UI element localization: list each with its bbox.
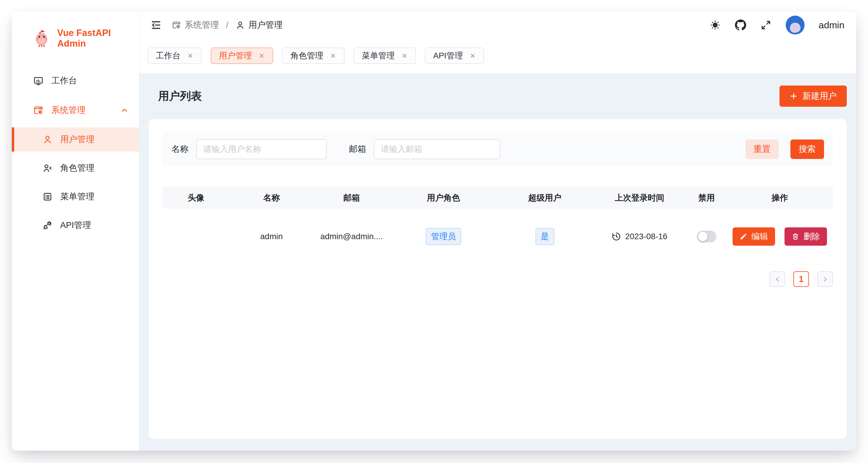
- chevron-up-icon: [120, 106, 129, 115]
- page-1-button[interactable]: 1: [793, 271, 809, 287]
- col-header-disabled: 禁用: [687, 192, 727, 203]
- pagination: 1: [162, 271, 833, 287]
- col-header-email: 邮箱: [313, 192, 390, 203]
- tab-menu-management[interactable]: 菜单管理: [353, 47, 416, 64]
- name-input[interactable]: [196, 139, 327, 159]
- sidebar-group-label: 系统管理: [51, 104, 86, 116]
- sidebar-item-label: 用户管理: [60, 134, 94, 145]
- col-header-actions: 操作: [727, 192, 833, 203]
- sidebar-item-label: 菜单管理: [60, 191, 94, 203]
- page-header: 用户列表 新建用户: [149, 73, 847, 119]
- sidebar-item-label: 工作台: [51, 75, 77, 87]
- tab-label: 用户管理: [219, 50, 252, 61]
- last-login-cell: 2023-08-16: [592, 232, 686, 241]
- monitor-icon: [33, 75, 44, 86]
- tab-label: 角色管理: [290, 50, 323, 61]
- role-tag: 管理员: [426, 228, 461, 245]
- sidebar-group-system[interactable]: 系统管理: [12, 98, 139, 123]
- person-icon: [42, 134, 53, 144]
- logo[interactable]: Vue FastAPI Admin: [12, 12, 139, 49]
- col-header-last-login: 上次登录时间: [592, 192, 686, 203]
- tab-role-management[interactable]: 角色管理: [282, 47, 345, 64]
- breadcrumb-label: 用户管理: [248, 19, 283, 31]
- tab-api-management[interactable]: API管理: [425, 47, 484, 64]
- theme-toggle-sun-icon[interactable]: [710, 20, 721, 31]
- app-title: Vue FastAPI Admin: [57, 28, 139, 49]
- close-icon[interactable]: [258, 53, 265, 59]
- sidebar-item-workbench[interactable]: 工作台: [12, 68, 139, 93]
- close-icon[interactable]: [330, 53, 336, 59]
- sidebar-item-user-management[interactable]: 用户管理: [12, 127, 139, 152]
- last-login-date: 2023-08-16: [625, 232, 668, 241]
- search-button[interactable]: 搜索: [790, 139, 824, 159]
- trash-icon: [792, 233, 799, 240]
- plug-icon: [42, 220, 53, 230]
- window-gear-icon: [172, 20, 181, 30]
- tab-label: 菜单管理: [362, 50, 395, 61]
- email-input[interactable]: [374, 139, 500, 159]
- breadcrumb-label: 系统管理: [185, 19, 219, 31]
- disabled-cell: [687, 231, 727, 242]
- name-label: 名称: [172, 143, 189, 155]
- top-header: 系统管理 / 用户管理: [139, 12, 856, 38]
- superuser-cell: 是: [497, 228, 593, 245]
- sidebar-item-api-management[interactable]: API管理: [12, 213, 139, 237]
- email-label: 邮箱: [349, 143, 366, 155]
- close-icon[interactable]: [401, 53, 408, 59]
- breadcrumb-separator: /: [224, 20, 230, 30]
- window-gear-icon: [33, 105, 44, 115]
- sidebar: Vue FastAPI Admin 工作台: [12, 12, 139, 451]
- delete-label: 删除: [803, 231, 820, 242]
- next-page-button[interactable]: [817, 271, 833, 287]
- tabs-bar: 工作台 用户管理 角色管理 菜单管理 API管理: [139, 38, 856, 73]
- content-pane: 系统管理 / 用户管理: [139, 12, 856, 451]
- breadcrumb-item-system[interactable]: 系统管理: [172, 19, 219, 31]
- delete-button[interactable]: 删除: [784, 227, 827, 246]
- actions-cell: 编辑 删除: [727, 227, 833, 246]
- close-icon[interactable]: [469, 53, 476, 59]
- name-cell: admin: [229, 232, 313, 241]
- clock-history-icon: [612, 232, 621, 241]
- sidebar-collapse-icon[interactable]: [151, 20, 162, 31]
- role-cell: 管理员: [390, 228, 497, 245]
- email-cell: admin@admin....: [313, 232, 390, 241]
- new-user-label: 新建用户: [803, 90, 837, 102]
- chick-logo-icon: [32, 29, 51, 47]
- breadcrumb-item-user[interactable]: 用户管理: [236, 19, 283, 31]
- page-title: 用户列表: [158, 89, 202, 103]
- sidebar-item-role-management[interactable]: 角色管理: [12, 156, 139, 180]
- prev-page-button[interactable]: [770, 271, 785, 287]
- person-icon: [236, 20, 245, 30]
- col-header-role: 用户角色: [390, 192, 497, 203]
- tab-workbench[interactable]: 工作台: [148, 47, 202, 64]
- person-arrow-icon: [42, 163, 53, 173]
- edit-label: 编辑: [751, 231, 768, 242]
- table-row: admin admin@admin.... 管理员 是: [162, 209, 833, 264]
- content-card: 名称 邮箱 重置 搜索 头像 名称 邮箱 用户角: [149, 119, 847, 439]
- sidebar-item-label: 角色管理: [60, 162, 94, 174]
- sidebar-item-menu-management[interactable]: 菜单管理: [12, 185, 139, 209]
- fullscreen-icon[interactable]: [760, 20, 772, 31]
- new-user-button[interactable]: 新建用户: [779, 86, 847, 107]
- github-icon[interactable]: [735, 20, 746, 31]
- tab-label: API管理: [433, 50, 463, 61]
- filter-panel: 名称 邮箱 重置 搜索: [162, 132, 833, 167]
- pencil-icon: [740, 233, 747, 240]
- sidebar-item-label: API管理: [60, 220, 91, 231]
- tab-user-management[interactable]: 用户管理: [211, 47, 273, 64]
- username[interactable]: admin: [819, 20, 844, 31]
- reset-button[interactable]: 重置: [746, 139, 779, 159]
- users-table: 头像 名称 邮箱 用户角色 超级用户 上次登录时间 禁用 操作 admin ad…: [162, 187, 833, 264]
- plus-icon: [789, 92, 798, 100]
- col-header-avatar: 头像: [162, 192, 229, 203]
- filter-buttons: 重置 搜索: [746, 139, 824, 159]
- breadcrumb: 系统管理 / 用户管理: [172, 19, 283, 31]
- table-header-row: 头像 名称 邮箱 用户角色 超级用户 上次登录时间 禁用 操作: [162, 187, 833, 209]
- col-header-superuser: 超级用户: [497, 192, 593, 203]
- col-header-name: 名称: [229, 192, 313, 203]
- user-avatar[interactable]: [786, 15, 805, 34]
- edit-button[interactable]: 编辑: [733, 227, 775, 246]
- disabled-toggle[interactable]: [697, 231, 716, 242]
- close-icon[interactable]: [187, 53, 193, 59]
- superuser-tag: 是: [535, 228, 554, 245]
